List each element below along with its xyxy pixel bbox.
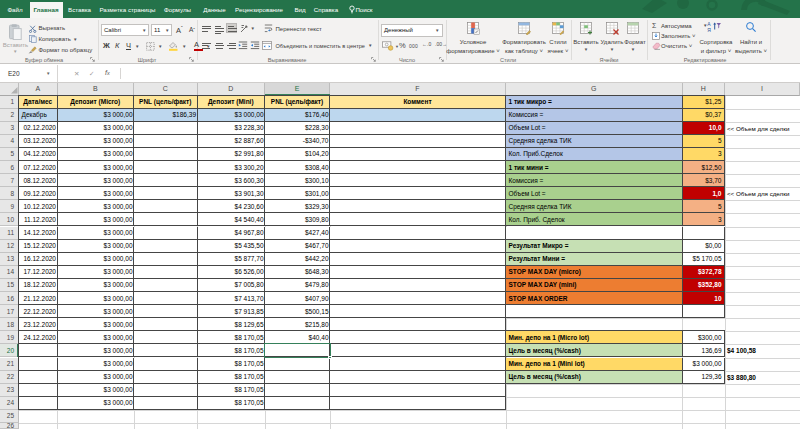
svg-text:А: А <box>707 21 711 27</box>
svg-text:Я: Я <box>707 27 711 33</box>
